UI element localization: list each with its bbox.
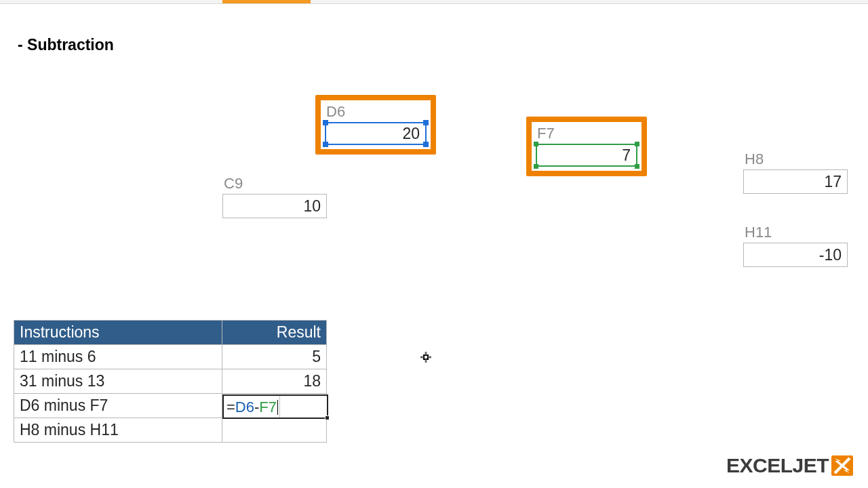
cell-c9-value: 10 (303, 197, 321, 216)
cell-c9[interactable]: 10 (222, 194, 327, 218)
formula-ref-f7: F7 (259, 399, 277, 416)
active-editing-cell[interactable]: =D6-F7 (222, 394, 328, 419)
selection-handle-icon (323, 120, 328, 125)
selection-handle-icon (423, 142, 429, 147)
formula-equals: = (226, 399, 235, 416)
instruction-cell[interactable]: H8 minus H11 (14, 418, 222, 443)
cell-h8-value: 17 (824, 173, 842, 191)
result-cell[interactable] (222, 418, 327, 443)
selection-handle-icon (635, 142, 639, 146)
instruction-cell[interactable]: 31 minus 13 (14, 369, 222, 394)
instruction-cell[interactable]: D6 minus F7 (14, 394, 222, 418)
window-top-strip (0, 0, 868, 4)
cell-f7[interactable]: 7 (536, 144, 637, 167)
table-row: 31 minus 13 18 (14, 369, 327, 394)
selection-handle-icon (323, 142, 328, 147)
text-caret-icon (277, 400, 278, 415)
formula-ref-d6: D6 (235, 399, 254, 416)
cell-divider (279, 396, 280, 418)
cell-d6-value: 20 (402, 125, 420, 143)
result-cell[interactable]: 18 (222, 369, 327, 394)
result-cell[interactable]: 5 (222, 345, 327, 369)
cell-h8[interactable]: 17 (743, 169, 848, 194)
cell-h11-group: H11 -10 (743, 224, 848, 267)
selection-handle-icon (635, 164, 639, 169)
table-row: 11 minus 6 5 (14, 345, 327, 369)
selection-handle-icon (534, 164, 538, 169)
selection-handle-icon (534, 142, 538, 146)
cell-d6-label: D6 (325, 103, 427, 121)
table-row: H8 minus H11 (14, 418, 327, 443)
table-header-row: Instructions Result (14, 321, 327, 345)
exceljet-logo: EXCELJET (726, 454, 853, 477)
cell-h11-label: H11 (743, 224, 848, 241)
cell-f7-highlight: F7 7 (526, 117, 647, 176)
instructions-table: Instructions Result 11 minus 6 5 31 minu… (14, 320, 327, 443)
cell-h11[interactable]: -10 (743, 243, 848, 267)
col-header-result[interactable]: Result (222, 321, 327, 345)
cell-f7-value: 7 (622, 146, 631, 165)
col-header-instructions[interactable]: Instructions (14, 321, 222, 345)
cell-d6-highlight: D6 20 (315, 95, 436, 155)
logo-text: EXCELJET (726, 454, 829, 477)
excel-crosshair-cursor-icon (420, 351, 432, 363)
formula-minus: - (254, 399, 259, 416)
cell-d6[interactable]: 20 (325, 122, 427, 145)
ribbon-active-accent (222, 0, 311, 3)
cell-h8-label: H8 (743, 150, 848, 168)
section-heading: - Subtraction (18, 36, 114, 54)
fill-handle-icon[interactable] (325, 415, 330, 420)
logo-mark-icon (831, 455, 853, 476)
cell-c9-group: C9 10 (222, 175, 327, 218)
cell-h8-group: H8 17 (743, 150, 848, 194)
selection-handle-icon (423, 120, 429, 125)
instruction-cell[interactable]: 11 minus 6 (14, 345, 222, 369)
cell-f7-label: F7 (536, 125, 637, 142)
cell-h11-value: -10 (819, 246, 842, 264)
cell-c9-label: C9 (222, 175, 327, 192)
